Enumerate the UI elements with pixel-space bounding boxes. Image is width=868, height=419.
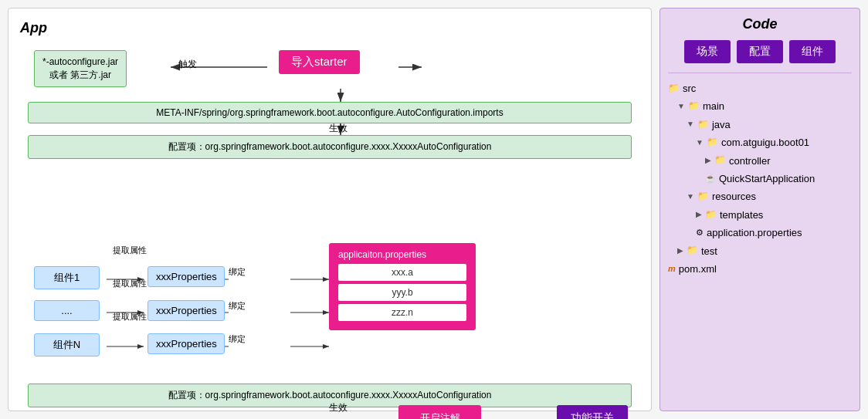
enable-box: 开启注解@EnableXxx	[398, 405, 481, 419]
tree-resources: ▼ 📁 resources	[668, 188, 852, 205]
chevron-controller: ▶	[705, 154, 711, 167]
divider	[668, 73, 852, 73]
jar-box: *-autoconfigure.jar或者 第三方.jar	[34, 50, 127, 87]
quickstart-label: QuickStartApplication	[719, 170, 815, 188]
extract1-text: 提取属性	[113, 245, 147, 255]
tree-controller[interactable]: ▶ 📁 controller	[668, 152, 852, 170]
chevron-templates: ▶	[696, 208, 702, 221]
props3-content: xxxProperties	[147, 333, 225, 354]
props3-text: xxxProperties	[156, 338, 217, 350]
func-switch-btn[interactable]: 功能开关	[557, 405, 628, 419]
folder-icon-controller: 📁	[714, 152, 726, 169]
meta-inf-box: META-INF/spring/org.springframework.boot…	[28, 102, 632, 123]
controller-label: controller	[729, 152, 770, 170]
app-title: App	[20, 20, 639, 36]
bind1-text: 绑定	[229, 267, 246, 276]
application-props-label: application.properties	[707, 224, 802, 242]
java-label: java	[712, 116, 731, 133]
application-props-content: applicaiton.properties xxx.a yyy.b zzz.n	[329, 243, 476, 330]
extract1-label: 提取属性	[113, 245, 147, 256]
prop-n: zzz.n	[338, 304, 466, 321]
diagram: *-autoconfigure.jar或者 第三方.jar 触发 导入start…	[20, 44, 639, 399]
folder-icon-templates: 📁	[705, 207, 717, 224]
enable-text: 开启注解@EnableXxx	[411, 412, 469, 419]
tree-package: ▼ 📁 com.atguigu.boot01	[668, 133, 852, 151]
chevron-package: ▼	[696, 136, 704, 150]
extract2-label: 提取属性	[113, 278, 147, 289]
folder-icon-src: 📁	[668, 80, 680, 97]
prop-b: yyy.b	[338, 284, 466, 301]
templates-label: templates	[720, 206, 763, 224]
props2-content: xxxProperties	[147, 300, 225, 321]
tree-pom: m pom.xml	[668, 260, 852, 278]
bind2-label: 绑定	[229, 300, 246, 312]
tree-quickstart: ☕ QuickStartApplication	[668, 170, 852, 188]
jar-box-content: *-autoconfigure.jar或者 第三方.jar	[34, 50, 127, 87]
props3-box: xxxProperties	[147, 333, 225, 354]
starter-text: 导入starter	[291, 55, 348, 68]
config-text2: 配置项：org.springframework.boot.autoconfigu…	[168, 390, 492, 400]
componentN-content: 组件N	[34, 333, 100, 356]
package-label: com.atguigu.boot01	[721, 133, 809, 151]
take-effect1-text: 生效	[329, 123, 348, 133]
take-effect2-text: 生效	[329, 402, 348, 413]
folder-icon-resources: 📁	[697, 188, 709, 205]
src-label: src	[683, 79, 696, 97]
tree-src: 📁 src	[668, 79, 852, 97]
arrows-svg	[20, 44, 639, 399]
top-buttons: 场景 配置 组件	[668, 40, 852, 63]
config-box1: 配置项：org.springframework.boot.autoconfigu…	[28, 135, 632, 159]
chevron-java: ▼	[687, 117, 694, 131]
folder-icon-main: 📁	[688, 98, 700, 115]
prop-a: xxx.a	[338, 264, 466, 281]
tree-application-props: ⚙ application.properties	[668, 224, 852, 242]
tree-java: ▼ 📁 java	[668, 116, 852, 133]
starter-content: 导入starter	[279, 50, 360, 74]
enable-content: 开启注解@EnableXxx	[398, 405, 481, 419]
tree-test[interactable]: ▶ 📁 test	[668, 242, 852, 260]
component-button[interactable]: 组件	[789, 40, 836, 63]
main-label: main	[703, 97, 724, 115]
folder-icon-test: 📁	[687, 242, 698, 259]
bind2-text: 绑定	[229, 301, 246, 310]
dots-text: ....	[61, 305, 72, 316]
main-container: App	[0, 0, 868, 419]
component1-box: 组件1	[34, 266, 100, 289]
extract3-text: 提取属性	[113, 312, 147, 321]
code-panel: Code 场景 配置 组件 📁 src ▼ 📁 main ▼ 📁 java	[659, 8, 860, 411]
java-file-icon: ☕	[705, 171, 716, 187]
props2-box: xxxProperties	[147, 300, 225, 321]
jar-text: *-autoconfigure.jar或者 第三方.jar	[42, 56, 118, 80]
func-switch-button[interactable]: 功能开关	[557, 405, 628, 419]
props1-box: xxxProperties	[147, 266, 225, 287]
app-props-title: applicaiton.properties	[338, 249, 466, 260]
chevron-main: ▼	[677, 100, 685, 113]
pom-label: pom.xml	[679, 260, 717, 278]
dots-box: ....	[34, 300, 100, 321]
componentN-text: 组件N	[53, 339, 80, 350]
xml-file-icon: m	[668, 262, 676, 277]
tree-templates[interactable]: ▶ 📁 templates	[668, 206, 852, 224]
componentN-box: 组件N	[34, 333, 100, 356]
test-label: test	[701, 242, 717, 260]
dots-content: ....	[34, 300, 100, 321]
config-button[interactable]: 配置	[737, 40, 783, 63]
take-effect2-label: 生效	[329, 401, 348, 414]
extract2-text: 提取属性	[113, 279, 147, 288]
meta-inf-text: META-INF/spring/org.springframework.boot…	[156, 107, 503, 118]
bind1-label: 绑定	[229, 266, 246, 278]
trigger-text: 触发	[178, 59, 197, 69]
resources-label: resources	[712, 188, 756, 205]
tree-main: ▼ 📁 main	[668, 97, 852, 115]
starter-box: 导入starter	[279, 50, 360, 74]
meta-inf-row: META-INF/spring/org.springframework.boot…	[28, 102, 632, 123]
folder-icon-package: 📁	[707, 134, 718, 151]
prop-file-icon: ⚙	[696, 225, 704, 241]
component1-content: 组件1	[34, 266, 100, 289]
folder-icon-java: 📁	[697, 117, 709, 133]
chevron-test: ▶	[677, 244, 683, 258]
application-props-box: applicaiton.properties xxx.a yyy.b zzz.n	[329, 243, 476, 330]
config-box1-content: 配置项：org.springframework.boot.autoconfigu…	[28, 135, 632, 159]
scene-button[interactable]: 场景	[684, 40, 731, 63]
chevron-resources: ▼	[687, 190, 694, 204]
